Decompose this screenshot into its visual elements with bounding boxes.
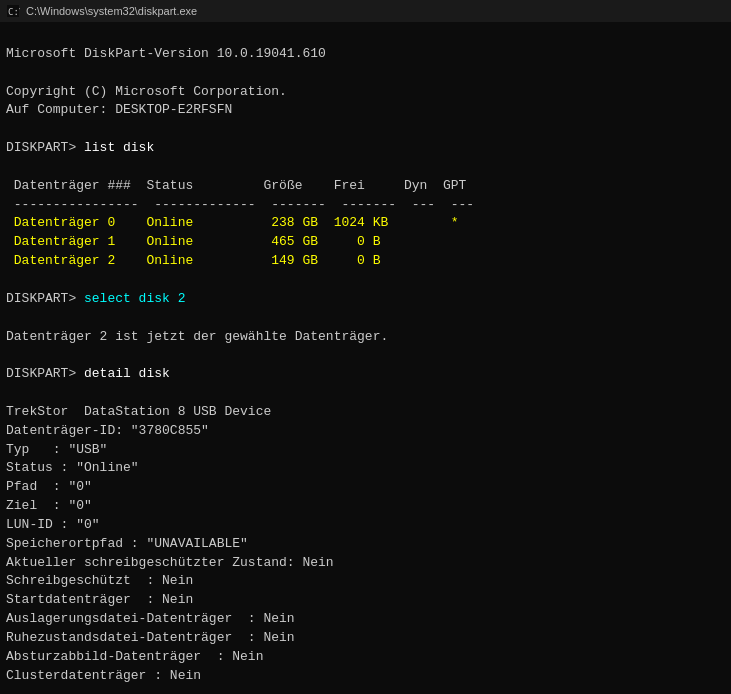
version-text: Microsoft DiskPart-Version 10.0.19041.61… [6, 46, 326, 61]
line-absturz: Absturzabbild-Datenträger : Nein [6, 648, 725, 667]
line-select-result: Datenträger 2 ist jetzt der gewählte Dat… [6, 328, 725, 347]
prompt-text-1: DISKPART> [6, 140, 84, 155]
line-empty-2 [6, 64, 725, 83]
cmd-select: select disk 2 [84, 291, 185, 306]
line-empty-4 [6, 158, 725, 177]
disk-row-0: Datenträger 0 Online 238 GB 1024 KB * [6, 214, 725, 233]
title-bar: C:\ C:\Windows\system32\diskpart.exe [0, 0, 731, 22]
line-device-name: TrekStor DataStation 8 USB Device [6, 403, 725, 422]
line-startdatentraeger: Startdatenträger : Nein [6, 591, 725, 610]
cmd-listdisk: list disk [84, 140, 154, 155]
line-empty-5 [6, 271, 725, 290]
line-lun: LUN-ID : "0" [6, 516, 725, 535]
line-empty-6 [6, 309, 725, 328]
line-speicherort: Speicherortpfad : "UNAVAILABLE" [6, 535, 725, 554]
line-ruhezustand: Ruhezustandsdatei-Datenträger : Nein [6, 629, 725, 648]
line-typ: Typ : "USB" [6, 441, 725, 460]
disk-table-divider: ---------------- ------------- ------- -… [6, 196, 725, 215]
prompt-text-2: DISKPART> [6, 291, 84, 306]
line-schreibgeschuetzt: Schreibgeschützt : Nein [6, 572, 725, 591]
line-copyright: Copyright (C) Microsoft Corporation. [6, 83, 725, 102]
cmd-detail: detail disk [84, 366, 170, 381]
line-empty-1 [6, 26, 725, 45]
line-status: Status : "Online" [6, 459, 725, 478]
disk-table-header: Datenträger ### Status Größe Frei Dyn GP… [6, 177, 725, 196]
line-pfad: Pfad : "0" [6, 478, 725, 497]
disk-row-1: Datenträger 1 Online 465 GB 0 B [6, 233, 725, 252]
title-bar-text: C:\Windows\system32\diskpart.exe [26, 5, 197, 17]
line-empty-7 [6, 346, 725, 365]
line-empty-8 [6, 384, 725, 403]
disk-row-2: Datenträger 2 Online 149 GB 0 B [6, 252, 725, 271]
line-auslagerung: Auslagerungsdatei-Datenträger : Nein [6, 610, 725, 629]
line-prompt-detail: DISKPART> detail disk [6, 365, 725, 384]
line-empty-9 [6, 686, 725, 694]
line-prompt-select: DISKPART> select disk 2 [6, 290, 725, 309]
svg-text:C:\: C:\ [8, 7, 20, 17]
prompt-text-3: DISKPART> [6, 366, 84, 381]
line-version: Microsoft DiskPart-Version 10.0.19041.61… [6, 45, 725, 64]
line-computer: Auf Computer: DESKTOP-E2RFSFN [6, 101, 725, 120]
cmd-icon: C:\ [6, 4, 20, 18]
line-ziel: Ziel : "0" [6, 497, 725, 516]
terminal: Microsoft DiskPart-Version 10.0.19041.61… [0, 22, 731, 694]
line-write-protect-current: Aktueller schreibgeschützter Zustand: Ne… [6, 554, 725, 573]
line-cluster: Clusterdatenträger : Nein [6, 667, 725, 686]
line-disk-id: Datenträger-ID: "3780C855" [6, 422, 725, 441]
line-prompt-listdisk: DISKPART> list disk [6, 139, 725, 158]
line-empty-3 [6, 120, 725, 139]
